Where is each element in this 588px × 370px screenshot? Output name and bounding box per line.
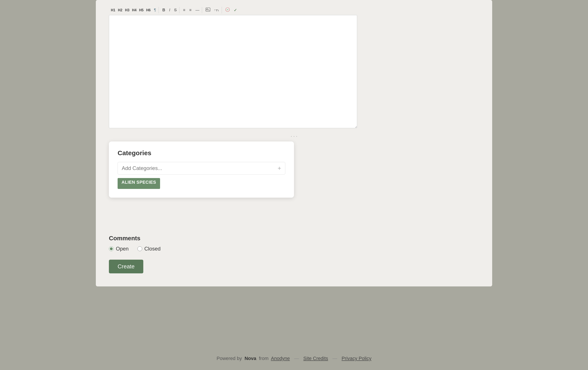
nova-brand: Nova — [245, 356, 256, 361]
unordered-list-button[interactable]: ≡ — [181, 7, 187, 13]
open-radio-input[interactable] — [109, 246, 114, 251]
h2-button[interactable]: H2 — [117, 8, 123, 13]
format-group: B I S — [160, 7, 179, 13]
categories-panel: Categories + ALIEN SPECIES — [109, 142, 294, 198]
site-credits-link[interactable]: Site Credits — [303, 356, 328, 361]
media-group — [203, 7, 222, 13]
page-wrapper: H1 H2 H3 H4 H5 H6 ¶ B I S ≡ ≡ — — [0, 0, 588, 370]
check-button[interactable]: ✓ — [232, 7, 239, 13]
anodyne-link[interactable]: Anodyne — [271, 356, 290, 361]
ordered-list-button[interactable]: ≡ — [188, 7, 193, 13]
bold-button[interactable]: B — [160, 7, 167, 13]
h1-button[interactable]: H1 — [110, 8, 116, 13]
headings-group: H1 H2 H3 H4 H5 H6 ¶ — [109, 7, 159, 13]
comments-section: Comments Open Closed Create — [109, 233, 479, 273]
category-tags-area: ALIEN SPECIES — [118, 178, 285, 189]
footer-separator-2: — — [333, 356, 337, 361]
h3-button[interactable]: H3 — [124, 8, 130, 13]
image-button[interactable] — [204, 7, 212, 13]
h5-button[interactable]: H5 — [138, 8, 145, 13]
editor-toolbar: H1 H2 H3 H4 H5 H6 ¶ B I S ≡ ≡ — — [109, 7, 479, 14]
create-button[interactable]: Create — [109, 260, 143, 273]
footer-inner: Powered by Nova from Anodyne — Site Cred… — [0, 356, 588, 361]
main-card: H1 H2 H3 H4 H5 H6 ¶ B I S ≡ ≡ — — [96, 0, 492, 287]
privacy-policy-link[interactable]: Privacy Policy — [342, 356, 371, 361]
closed-radio-input[interactable] — [137, 246, 142, 251]
closed-radio-label: Closed — [144, 246, 161, 252]
textarea-wrapper — [109, 15, 479, 129]
h4-button[interactable]: H4 — [131, 8, 137, 13]
link-button[interactable] — [212, 7, 221, 13]
open-radio-option[interactable]: Open — [109, 246, 129, 252]
powered-by-text: Powered by Nova from Anodyne — [217, 356, 290, 361]
list-group: ≡ ≡ — — [180, 7, 202, 13]
footer: Powered by Nova from Anodyne — Site Cred… — [0, 349, 588, 370]
source-button[interactable] — [224, 7, 231, 14]
open-radio-label: Open — [116, 246, 129, 252]
category-tag[interactable]: ALIEN SPECIES — [118, 178, 160, 189]
closed-radio-option[interactable]: Closed — [137, 246, 161, 252]
strikethrough-button[interactable]: S — [172, 7, 178, 13]
loading-indicator: · · · — [109, 134, 479, 139]
add-category-button[interactable]: + — [278, 165, 281, 171]
from-label: from — [259, 356, 269, 361]
powered-by-label: Powered by — [217, 356, 242, 361]
categories-title: Categories — [118, 149, 285, 157]
indent-button[interactable]: — — [194, 7, 201, 13]
comments-radio-group: Open Closed — [109, 246, 479, 252]
add-categories-wrapper[interactable]: + — [118, 162, 285, 175]
footer-separator-1: — — [294, 356, 299, 361]
italic-button[interactable]: I — [167, 7, 172, 13]
source-group: ✓ — [223, 7, 240, 14]
h6-button[interactable]: H6 — [145, 8, 152, 13]
add-categories-input[interactable] — [122, 165, 278, 171]
content-textarea[interactable] — [109, 15, 357, 128]
comments-label: Comments — [109, 235, 479, 242]
paragraph-button[interactable]: ¶ — [152, 7, 158, 13]
